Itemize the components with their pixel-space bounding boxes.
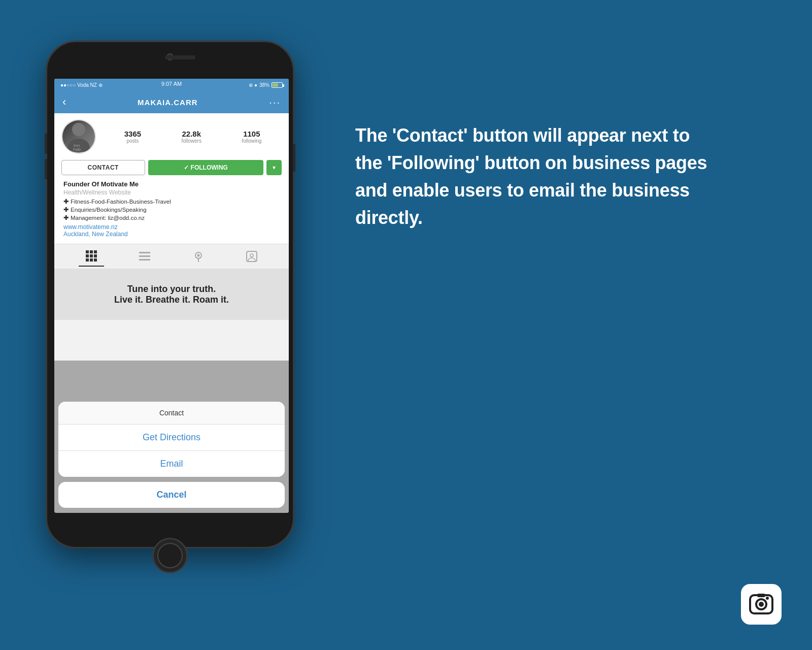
grid-icon — [86, 250, 97, 262]
svg-rect-11 — [90, 258, 93, 262]
svg-rect-7 — [86, 254, 89, 257]
volume-up-button — [45, 134, 47, 154]
action-sheet-main: Contact Get Directions Email — [58, 402, 285, 477]
profile-avatar: Iron Faith — [61, 119, 96, 154]
status-bar: ●●○○○ Voda NZ ⊛ 9:07 AM ⊛ ● 38% — [54, 79, 289, 91]
more-options-button[interactable]: ··· — [269, 96, 281, 108]
profile-header: Iron Faith 3365 posts 22.8k — [61, 119, 282, 154]
bio-location: Auckland, New Zealand — [63, 231, 280, 238]
checkmark-icon: ✓ — [184, 164, 189, 171]
power-button — [293, 144, 295, 172]
battery-status: ⊛ ● 38% — [249, 82, 283, 88]
svg-rect-9 — [94, 254, 97, 257]
svg-point-0 — [72, 123, 85, 136]
get-directions-option[interactable]: Get Directions — [58, 425, 285, 451]
svg-rect-14 — [139, 255, 150, 257]
bio-line-2: ✚ Enquiries/Bookings/Speaking — [63, 206, 280, 213]
bio-plus-icon: ✚ — [63, 198, 69, 205]
list-tab[interactable] — [132, 246, 157, 267]
profile-username: MAKAIA.CARR — [138, 98, 198, 107]
back-button[interactable]: ‹ — [62, 95, 66, 109]
following-count: 1105 — [242, 129, 261, 138]
battery-percent: 38% — [259, 82, 269, 88]
posts-stat: 3365 posts — [124, 129, 141, 144]
carrier-status: ●●○○○ Voda NZ ⊛ — [60, 82, 103, 88]
speaker-grille — [165, 55, 195, 59]
svg-point-23 — [759, 602, 764, 607]
battery-bar — [272, 82, 283, 88]
bio-plus-icon-2: ✚ — [63, 206, 69, 213]
dropdown-button[interactable]: ▾ — [266, 160, 282, 175]
avatar-image: Iron Faith — [62, 120, 95, 153]
followers-count: 22.8k — [181, 129, 201, 138]
tagged-tab[interactable] — [239, 246, 264, 267]
following-label: following — [242, 138, 261, 144]
instagram-logo-box — [741, 584, 782, 625]
svg-point-17 — [197, 254, 199, 257]
svg-rect-12 — [94, 258, 97, 262]
following-stat: 1105 following — [242, 129, 261, 144]
bio-section: Founder Of Motivate Me Health/Wellness W… — [61, 180, 282, 238]
battery-icons: ⊛ ● — [249, 82, 257, 88]
bio-line-3-text: Management: liz@odd.co.nz — [71, 215, 145, 221]
svg-rect-13 — [139, 252, 150, 253]
tagged-icon — [246, 251, 257, 262]
following-button[interactable]: ✓ FOLLOWING — [148, 160, 264, 175]
grid-tab[interactable] — [79, 246, 104, 267]
profile-stats: 3365 posts 22.8k followers 1105 followin… — [104, 129, 282, 144]
description-text: The 'Contact' button will appear next to… — [355, 122, 710, 232]
instagram-logo — [741, 584, 782, 625]
bio-line-1: ✚ Fitness-Food-Fashion-Business-Travel — [63, 198, 280, 205]
svg-point-24 — [766, 597, 769, 600]
svg-text:Iron: Iron — [74, 144, 80, 147]
instagram-navbar: ‹ MAKAIA.CARR ··· — [54, 91, 289, 113]
followers-stat: 22.8k followers — [181, 129, 201, 144]
svg-rect-10 — [86, 258, 89, 262]
volume-down-button — [45, 159, 47, 179]
svg-rect-6 — [94, 250, 97, 253]
home-button[interactable] — [152, 538, 188, 573]
posts-count: 3365 — [124, 129, 141, 138]
bio-plus-icon-3: ✚ — [63, 214, 69, 221]
time-status: 9:07 AM — [161, 81, 182, 87]
svg-point-20 — [250, 254, 253, 257]
bio-line-3: ✚ Management: liz@odd.co.nz — [63, 214, 280, 221]
action-sheet-header: Contact — [58, 402, 285, 425]
content-tab-bar — [54, 244, 289, 269]
phone-mockup: ●●○○○ Voda NZ ⊛ 9:07 AM ⊛ ● 38% ‹ MAKAIA… — [46, 41, 294, 579]
bio-name: Founder Of Motivate Me — [63, 180, 280, 188]
phone-body: ●●○○○ Voda NZ ⊛ 9:07 AM ⊛ ● 38% ‹ MAKAIA… — [46, 41, 294, 548]
content-area: Tune into your truth.Live it. Breathe it… — [54, 269, 289, 320]
phone-screen: ●●○○○ Voda NZ ⊛ 9:07 AM ⊛ ● 38% ‹ MAKAIA… — [54, 79, 289, 513]
svg-rect-15 — [139, 259, 150, 261]
profile-action-buttons: CONTACT ✓ FOLLOWING ▾ — [61, 160, 282, 175]
svg-text:Faith: Faith — [73, 148, 81, 151]
bio-line-2-text: Enquiries/Bookings/Speaking — [71, 207, 147, 213]
bio-website[interactable]: www.motivateme.nz — [63, 223, 280, 231]
location-tab[interactable] — [186, 246, 211, 267]
action-sheet: Contact Get Directions Email Cancel — [58, 402, 285, 513]
profile-section: Iron Faith 3365 posts 22.8k — [54, 113, 289, 244]
contact-button[interactable]: CONTACT — [61, 160, 145, 175]
cancel-button[interactable]: Cancel — [58, 482, 285, 508]
svg-rect-5 — [90, 250, 93, 253]
svg-rect-4 — [86, 250, 89, 253]
email-option[interactable]: Email — [58, 451, 285, 477]
home-button-inner — [157, 543, 183, 568]
bio-category: Health/Wellness Website — [63, 189, 280, 196]
instagram-icon — [748, 591, 774, 618]
avatar-silhouette: Iron Faith — [66, 121, 91, 152]
posts-label: posts — [124, 138, 141, 144]
location-icon — [193, 251, 204, 262]
bio-line-1-text: Fitness-Food-Fashion-Business-Travel — [71, 199, 171, 205]
followers-label: followers — [181, 138, 201, 144]
following-label: FOLLOWING — [191, 164, 228, 171]
list-icon — [139, 251, 150, 262]
svg-rect-25 — [757, 594, 765, 597]
svg-rect-8 — [90, 254, 93, 257]
content-preview-text: Tune into your truth.Live it. Breathe it… — [109, 279, 234, 310]
description-panel: The 'Contact' button will appear next to… — [325, 102, 741, 252]
